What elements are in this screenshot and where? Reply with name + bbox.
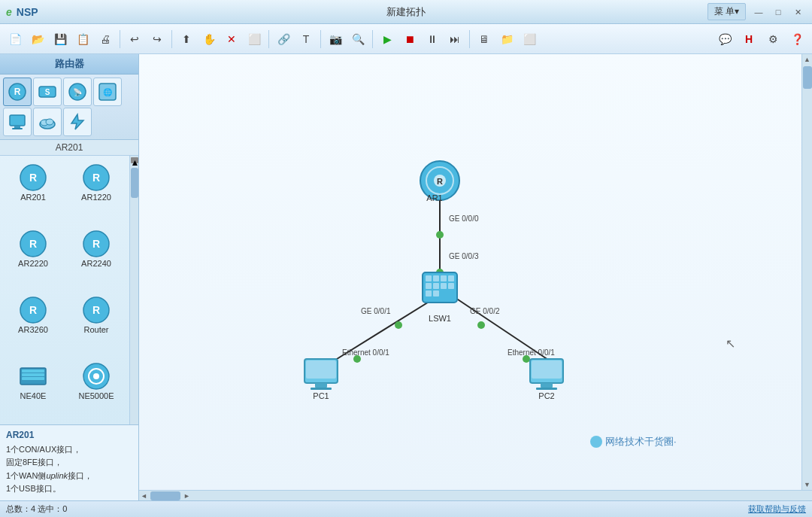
huawei-button[interactable]: H bbox=[738, 29, 759, 50]
device-label-ne5000e: NE5000E bbox=[78, 391, 114, 400]
vscroll-thumb[interactable] bbox=[803, 66, 812, 89]
menu-button[interactable]: 菜 单▾ bbox=[707, 3, 746, 20]
device-item-ne5000e[interactable]: NE5000E bbox=[66, 357, 126, 421]
extra-button[interactable]: ⬜ bbox=[519, 29, 540, 50]
scroll-thumb[interactable] bbox=[131, 168, 138, 198]
device-info-panel: AR201 1个CON/AUX接口，固定8FE接口，1个WAN侧uplink接口… bbox=[0, 424, 138, 500]
svg-text:R: R bbox=[92, 304, 100, 316]
svg-rect-30 bbox=[22, 377, 44, 380]
scroll-up-arrow[interactable]: ▲ bbox=[131, 157, 138, 163]
node-pc2[interactable] bbox=[530, 359, 563, 390]
device-list-scrollbar[interactable]: ▲ bbox=[129, 156, 138, 424]
toolbar: 📄 📂 💾 📋 🖨 ↩ ↪ ⬆ ✋ ✕ ⬜ 🔗 T 📷 🔍 ▶ ⏹ ⏸ ⏭ 🖥 … bbox=[0, 24, 812, 54]
toolbar-right: 💬 H ⚙ ❓ bbox=[714, 29, 807, 50]
device-label-ne40e: NE40E bbox=[20, 391, 47, 400]
watermark: 网络技术干货圈· bbox=[590, 436, 677, 448]
device-item-ar3260[interactable]: R AR3260 bbox=[3, 291, 63, 354]
link-dot-3 bbox=[395, 321, 402, 329]
start-button[interactable]: ▶ bbox=[377, 29, 398, 50]
close-button[interactable]: ✕ bbox=[789, 5, 806, 19]
svg-text:网络技术干货圈·: 网络技术干货圈· bbox=[605, 436, 677, 447]
svg-text:R: R bbox=[29, 172, 37, 184]
svg-rect-9 bbox=[14, 126, 20, 128]
pause-button[interactable]: ⏸ bbox=[422, 29, 443, 50]
svg-rect-48 bbox=[433, 290, 439, 297]
sep2 bbox=[171, 30, 172, 48]
device-icon-ar2240: R bbox=[81, 229, 111, 259]
sep1 bbox=[120, 30, 120, 48]
settings-button[interactable]: ⚙ bbox=[762, 29, 783, 50]
svg-rect-42 bbox=[448, 275, 454, 281]
horizontal-scrollbar[interactable]: ◄ ► bbox=[139, 490, 812, 500]
zoom-button[interactable]: 🔍 bbox=[347, 29, 368, 50]
print-button[interactable]: 🖨 bbox=[95, 29, 116, 50]
status-count: 总数：4 选中：0 bbox=[6, 503, 67, 515]
area-select-button[interactable]: ⬜ bbox=[244, 29, 265, 50]
svg-rect-45 bbox=[441, 283, 447, 289]
sep4 bbox=[320, 30, 321, 48]
label-ge003: GE 0/0/3 bbox=[449, 252, 479, 260]
tab-router[interactable]: R bbox=[3, 78, 32, 106]
svg-rect-55 bbox=[541, 383, 553, 388]
step-button[interactable]: ⏭ bbox=[444, 29, 465, 50]
hscroll-thumb[interactable] bbox=[150, 491, 180, 500]
maximize-button[interactable]: □ bbox=[770, 5, 786, 19]
device-item-ar1220[interactable]: R AR1220 bbox=[66, 159, 126, 222]
save-button[interactable]: 💾 bbox=[50, 29, 71, 50]
help-button[interactable]: ❓ bbox=[786, 29, 807, 50]
canvas-area[interactable]: GE 0/0/0 GE 0/0/3 GE 0/0/1 GE 0/0/2 Ethe… bbox=[139, 54, 801, 490]
device-label-router: Router bbox=[83, 325, 108, 334]
saveas-button[interactable]: 📋 bbox=[72, 29, 93, 50]
svg-text:R: R bbox=[437, 177, 443, 186]
device-item-ar2220[interactable]: R AR2220 bbox=[3, 225, 63, 288]
svg-text:📡: 📡 bbox=[73, 87, 83, 97]
device-item-ne40e[interactable]: NE40E bbox=[3, 357, 63, 421]
select-button[interactable]: ⬆ bbox=[176, 29, 197, 50]
hand-button[interactable]: ✋ bbox=[198, 29, 220, 50]
device-item-ar201[interactable]: R AR201 bbox=[3, 159, 63, 222]
svg-text:R: R bbox=[92, 238, 100, 250]
folder-button[interactable]: 📁 bbox=[496, 29, 517, 50]
tab-other[interactable]: 🌐 bbox=[93, 78, 122, 106]
scroll-right-btn[interactable]: ► bbox=[182, 492, 192, 500]
device-item-router[interactable]: R Router bbox=[66, 291, 126, 354]
svg-rect-29 bbox=[22, 373, 44, 376]
tab-wireless[interactable]: 📡 bbox=[63, 78, 92, 106]
svg-rect-10 bbox=[12, 128, 23, 129]
monitor-button[interactable]: 🖥 bbox=[474, 29, 495, 50]
vertical-scrollbar[interactable]: ▲ ▼ bbox=[801, 54, 812, 490]
scroll-down-btn[interactable]: ▼ bbox=[802, 479, 812, 490]
svg-rect-56 bbox=[536, 388, 557, 390]
device-icon-ar2220: R bbox=[18, 229, 48, 259]
new-button[interactable]: 📄 bbox=[5, 29, 26, 50]
node-pc1[interactable] bbox=[304, 359, 338, 390]
svg-text:R: R bbox=[92, 172, 100, 184]
tab-power[interactable] bbox=[63, 108, 92, 136]
redo-button[interactable]: ↪ bbox=[147, 29, 168, 50]
text-button[interactable]: T bbox=[295, 29, 317, 50]
device-item-ar2240[interactable]: R AR2240 bbox=[66, 225, 126, 288]
scroll-up-btn[interactable]: ▲ bbox=[802, 54, 812, 65]
tab-pc[interactable] bbox=[3, 108, 32, 136]
svg-point-13 bbox=[46, 119, 53, 125]
stop-button[interactable]: ⏹ bbox=[399, 29, 420, 50]
node-lsw1[interactable] bbox=[423, 272, 457, 303]
link-dot-5 bbox=[353, 355, 361, 363]
sep3 bbox=[268, 30, 269, 48]
link-button[interactable]: 🔗 bbox=[273, 29, 294, 50]
svg-point-33 bbox=[93, 373, 99, 379]
canvas-row: GE 0/0/0 GE 0/0/3 GE 0/0/1 GE 0/0/2 Ethe… bbox=[139, 54, 812, 490]
tab-switch[interactable]: S bbox=[33, 78, 62, 106]
minimize-button[interactable]: — bbox=[750, 5, 767, 19]
device-label-ar2240: AR2240 bbox=[81, 259, 111, 268]
title-right: 菜 单▾ — □ ✕ bbox=[707, 3, 806, 20]
svg-point-57 bbox=[590, 436, 602, 448]
open-button[interactable]: 📂 bbox=[27, 29, 48, 50]
capture-button[interactable]: 📷 bbox=[325, 29, 346, 50]
tab-cloud[interactable] bbox=[33, 108, 62, 136]
undo-button[interactable]: ↩ bbox=[124, 29, 145, 50]
delete-button[interactable]: ✕ bbox=[221, 29, 242, 50]
chat-button[interactable]: 💬 bbox=[714, 29, 735, 50]
help-link[interactable]: 获取帮助与反馈 bbox=[748, 503, 806, 515]
scroll-left-btn[interactable]: ◄ bbox=[139, 492, 149, 500]
